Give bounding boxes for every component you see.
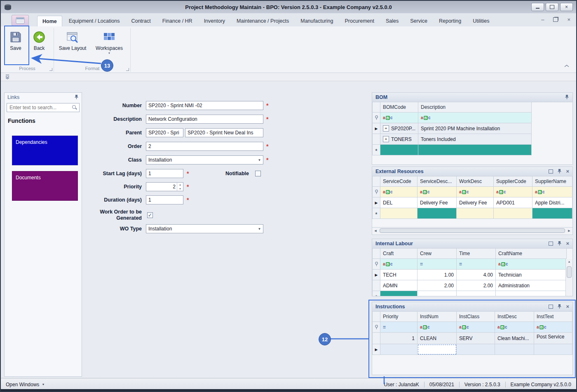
title-bar[interactable]: Project Methodology Maintain - BPO: Vers… bbox=[1, 1, 576, 14]
il-column-craftname[interactable]: CraftName bbox=[496, 248, 567, 259]
tab-inventory[interactable]: Inventory bbox=[199, 16, 230, 26]
inst-cell-instclass[interactable]: SERV bbox=[457, 333, 495, 344]
save-button[interactable]: Save bbox=[5, 28, 27, 63]
expand-plus-icon[interactable]: + bbox=[383, 136, 389, 142]
pin-icon[interactable] bbox=[557, 241, 562, 247]
il-cell[interactable]: Technician bbox=[496, 270, 567, 280]
er-filter-cell[interactable]: aBc bbox=[494, 187, 532, 197]
tab-finance-hr[interactable]: Finance / HR bbox=[157, 16, 197, 26]
minimize-button[interactable] bbox=[531, 3, 544, 11]
class-dropdown[interactable]: Installation▼ bbox=[146, 155, 263, 164]
inst-filter-cell[interactable]: aBc bbox=[457, 322, 495, 333]
tab-contract[interactable]: Contract bbox=[126, 16, 155, 26]
duration-input[interactable] bbox=[146, 195, 183, 204]
wo-type-dropdown[interactable]: Installation▼ bbox=[146, 224, 263, 233]
work-order-generated-checkbox[interactable]: ✓ bbox=[147, 212, 153, 218]
il-cell[interactable]: 2.00 bbox=[457, 280, 496, 291]
bom-cell-description[interactable]: Sprint 2020 PM Machine Installation bbox=[418, 123, 532, 134]
tab-maintenance-projects[interactable]: Maintenance / Projects bbox=[232, 16, 294, 26]
bom-cell-description[interactable]: Toners Included bbox=[418, 134, 532, 145]
bom-filter-description[interactable]: aBc bbox=[418, 113, 532, 123]
tab-sales[interactable]: Sales bbox=[381, 16, 403, 26]
parent-description-input[interactable] bbox=[185, 128, 263, 137]
er-filter-cell[interactable]: aBc bbox=[380, 187, 418, 197]
pin-icon[interactable] bbox=[557, 169, 562, 175]
er-horizontal-scrollbar[interactable]: ◀ ▶ bbox=[372, 227, 572, 234]
maximize-panel-icon[interactable] bbox=[549, 242, 553, 246]
inst-filter-cell[interactable]: aBc bbox=[418, 322, 457, 333]
er-column-suppliercode[interactable]: SupplierCode bbox=[494, 176, 532, 187]
bom-new-cell[interactable] bbox=[418, 145, 532, 155]
il-column-time[interactable]: Time bbox=[457, 248, 496, 259]
tab-procurement[interactable]: Procurement bbox=[340, 16, 379, 26]
tab-service[interactable]: Service bbox=[405, 16, 432, 26]
spin-down-icon[interactable]: ▼ bbox=[177, 187, 183, 191]
inst-column-priority[interactable]: Priority bbox=[380, 311, 418, 322]
er-new-cell[interactable] bbox=[380, 208, 418, 219]
inst-edit-cell[interactable] bbox=[495, 344, 534, 355]
er-column-workdesc[interactable]: WorkDesc bbox=[457, 176, 494, 187]
il-cell[interactable]: 2.00 bbox=[418, 280, 457, 291]
bom-pin-icon[interactable] bbox=[565, 94, 569, 101]
inst-cell-instnum[interactable]: CLEAN bbox=[418, 333, 457, 344]
er-filter-cell[interactable]: aBc bbox=[418, 187, 457, 197]
expand-plus-icon[interactable]: + bbox=[383, 125, 389, 131]
inst-column-instnum[interactable]: InstNum bbox=[418, 311, 457, 322]
description-input[interactable] bbox=[146, 115, 263, 124]
inst-edit-cell[interactable] bbox=[380, 344, 418, 355]
workspaces-button[interactable]: Workspaces ▼ bbox=[91, 28, 127, 63]
er-filter-cell[interactable]: aBc bbox=[532, 187, 572, 197]
maximize-button[interactable] bbox=[546, 3, 558, 11]
er-cell[interactable]: Apple Distri... bbox=[532, 197, 572, 208]
pin-strip[interactable] bbox=[1, 73, 576, 81]
save-layout-button[interactable]: Save Layout bbox=[57, 28, 88, 63]
maximize-panel-icon[interactable] bbox=[549, 305, 553, 309]
er-new-cell[interactable] bbox=[418, 208, 457, 219]
il-cell[interactable]: 1.00 bbox=[418, 270, 457, 280]
chevron-down-icon[interactable]: ▼ bbox=[256, 227, 263, 231]
il-cell[interactable]: ADMN bbox=[380, 280, 418, 291]
il-filter-cell[interactable]: = bbox=[457, 259, 496, 270]
mdi-minimize-icon[interactable]: – bbox=[541, 16, 544, 23]
il-filter-cell[interactable]: = bbox=[418, 259, 457, 270]
bom-filter-bomcode[interactable]: aBc bbox=[380, 113, 418, 123]
inst-filter-cell[interactable]: aBc bbox=[495, 322, 534, 333]
inst-column-insttext[interactable]: InstText bbox=[534, 311, 572, 322]
scroll-right-icon[interactable]: ▶ bbox=[566, 229, 572, 232]
chevron-down-icon[interactable]: ▼ bbox=[256, 158, 263, 162]
bom-cell-code[interactable]: +SP2020P... bbox=[380, 123, 418, 134]
inst-filter-cell[interactable]: = bbox=[380, 322, 418, 333]
scrollbar-thumb[interactable] bbox=[567, 266, 572, 278]
close-panel-icon[interactable]: × bbox=[566, 169, 569, 174]
er-cell[interactable]: Delivery Fee bbox=[457, 197, 494, 208]
tab-utilities[interactable]: Utilities bbox=[468, 16, 494, 26]
pin-icon[interactable] bbox=[557, 304, 562, 310]
il-filter-cell[interactable]: aBc bbox=[380, 259, 418, 270]
er-cell[interactable]: APD001 bbox=[494, 197, 532, 208]
order-input[interactable] bbox=[146, 142, 263, 151]
inst-edit-cell[interactable] bbox=[534, 344, 572, 355]
er-column-suppliername[interactable]: SupplierName bbox=[532, 176, 572, 187]
close-button[interactable]: × bbox=[560, 3, 573, 11]
tab-manufacturing[interactable]: Manufacturing bbox=[296, 16, 338, 26]
application-button[interactable] bbox=[12, 15, 29, 26]
er-filter-cell[interactable]: aBc bbox=[457, 187, 494, 197]
il-cell[interactable]: TECH bbox=[380, 270, 418, 280]
tab-home[interactable]: Home bbox=[37, 16, 62, 26]
il-vertical-scrollbar[interactable]: ▲ bbox=[565, 259, 572, 296]
links-pin-icon[interactable] bbox=[74, 94, 79, 101]
il-new-cell[interactable] bbox=[496, 291, 567, 296]
bom-column-bomcode[interactable]: BOMCode bbox=[380, 102, 418, 113]
open-windows-button[interactable]: Open Windows ▼ bbox=[6, 382, 45, 387]
bom-new-cell[interactable] bbox=[380, 145, 418, 155]
er-new-cell[interactable] bbox=[532, 208, 572, 219]
scrollbar-thumb[interactable] bbox=[380, 228, 565, 233]
scroll-up-icon[interactable]: ▲ bbox=[566, 259, 572, 263]
tab-reporting[interactable]: Reporting bbox=[434, 16, 466, 26]
inst-cell-priority[interactable]: 1 bbox=[380, 333, 418, 344]
inst-column-instdesc[interactable]: InstDesc bbox=[495, 311, 534, 322]
tab-equipment-locations[interactable]: Equipment / Locations bbox=[64, 16, 125, 26]
er-new-cell[interactable] bbox=[457, 208, 494, 219]
il-new-cell[interactable] bbox=[418, 291, 457, 296]
process-dialog-launcher-icon[interactable] bbox=[49, 68, 52, 71]
